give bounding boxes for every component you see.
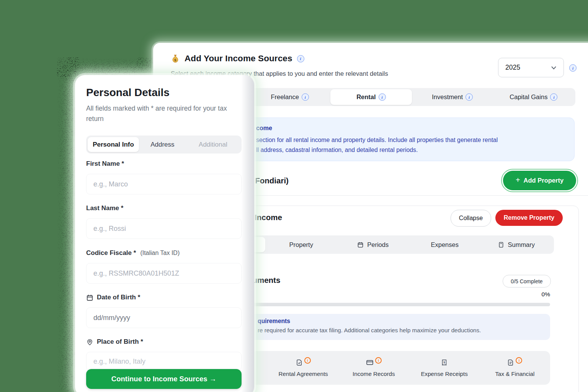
rental-info-banner: come section for all rental income and p… [248,118,575,161]
tab-investment-label: Investment [432,93,463,101]
alert-icon: ! [375,357,382,364]
category-label: Expense Receipts [421,371,467,377]
category-income-records[interactable]: ! Income Records [338,359,409,377]
calculator-icon [498,242,504,248]
capital-gains-info-icon[interactable]: i [550,93,557,101]
tab-rental-label: Rental [356,93,376,101]
last-name-field[interactable]: e.g., Rossi [86,218,242,239]
receipt-dollar-icon: $ [441,359,448,366]
modal-subtitle: All fields marked with * are required fo… [86,103,244,124]
tab-rental[interactable]: Rental i [330,89,412,105]
category-rental-agreements[interactable]: ! Rental Agreements [268,359,338,377]
remove-property-button[interactable]: Remove Property [495,210,563,226]
documents-progress-percent: 0% [521,291,550,298]
last-name-label-text: Last Name * [86,204,123,212]
subtab-expenses[interactable]: Expenses [409,241,481,248]
tab-personal-info[interactable]: Personal Info [88,137,139,152]
documents-complete-badge: 0/5 Complete [503,275,551,287]
location-pin-icon [86,338,93,346]
banner-line2: ll address, cadastral information, and d… [256,145,567,155]
first-name-label: First Name * [86,160,124,168]
subtab-property[interactable]: Property [265,241,337,248]
requirements-body: re required for accurate tax filing. Add… [258,327,543,333]
tab-capital-gains[interactable]: Capital Gains i [493,89,574,105]
category-tax-financial[interactable]: ! Tax & Financial [480,359,550,377]
place-of-birth-field[interactable]: e.g., Milano, Italy [86,352,242,371]
category-label: Income Records [353,371,395,377]
rental-info-icon[interactable]: i [379,93,386,101]
tab-freelance-label: Freelance [271,93,299,101]
requirements-banner: quirements re required for accurate tax … [251,314,550,340]
subtab-periods-label: Periods [367,241,389,248]
place-of-birth-label-text: Place of Birth * [97,338,143,346]
alert-icon: ! [304,357,311,364]
document-icon [507,359,514,366]
tax-year-value: 2025 [505,64,520,72]
card-icon [366,359,374,366]
continue-button[interactable]: Continue to Income Sources → [86,369,242,389]
calendar-icon [357,242,364,248]
divider [245,195,588,196]
tab-address[interactable]: Address [139,137,186,152]
codice-fiscale-label: Codice Fiscale * (Italian Tax ID) [86,249,180,257]
first-name-field[interactable]: e.g., Marco [86,174,242,194]
category-label: Rental Agreements [279,371,328,377]
investment-info-icon[interactable]: i [466,93,473,101]
date-of-birth-field[interactable]: dd/mm/yyyy [86,307,242,328]
tax-year-info-icon[interactable]: i [569,64,577,72]
income-category-tabs: Freelance i Rental i Investment i Capita… [248,88,575,106]
tax-year-select[interactable]: 2025 [498,58,564,77]
modal-title: Personal Details [86,87,170,99]
add-property-button[interactable]: + Add Property [503,171,576,190]
page-background: $ Add Your Income Sources i Select each … [0,0,588,392]
plus-icon: + [516,176,520,185]
collapse-button[interactable]: Collapse [451,210,491,227]
requirements-title: quirements [258,318,543,325]
calendar-icon [86,294,93,301]
date-of-birth-label-text: Date of Birth * [97,294,140,301]
svg-text:$: $ [174,58,176,62]
banner-line1: section for all rental income and proper… [256,135,567,145]
category-label: Tax & Financial [495,371,534,377]
panel-title: Add Your Income Sources [185,54,292,64]
subtab-periods[interactable]: Periods [337,241,409,248]
title-info-icon[interactable]: i [297,55,304,62]
tab-investment[interactable]: Investment i [412,89,493,105]
chevron-down-icon [551,66,557,70]
svg-text:$: $ [444,361,445,364]
subtab-property-label: Property [289,241,313,248]
last-name-label: Last Name * [86,204,123,212]
document-check-icon [296,359,303,366]
money-bag-icon: $ [171,54,180,63]
personal-details-modal: Personal Details All fields marked with … [75,75,254,392]
first-name-label-text: First Name * [86,160,124,168]
banner-title: come [256,125,567,132]
freelance-info-icon[interactable]: i [302,93,309,101]
place-of-birth-label: Place of Birth * [86,338,143,346]
category-expense-receipts[interactable]: $ Expense Receipts [409,359,480,377]
date-of-birth-label: Date of Birth * [86,294,140,301]
property-subtabs: Property Periods Expenses Summar [251,235,554,254]
add-property-label: Add Property [524,177,564,184]
alert-icon: ! [516,357,522,364]
subtab-expenses-label: Expenses [431,241,459,248]
tab-additional[interactable]: Additional [186,137,240,152]
tab-freelance[interactable]: Freelance i [249,89,330,105]
codice-fiscale-field[interactable]: e.g., RSSMRC80A01H501Z [86,263,242,284]
document-categories: ! Rental Agreements ! Income Records [251,351,550,385]
subtab-active-stub[interactable] [252,237,265,252]
subtab-summary[interactable]: Summary [481,241,553,248]
documents-progress-bar [248,303,550,306]
codice-fiscale-label-text: Codice Fiscale * [86,249,136,257]
codice-fiscale-hint: (Italian Tax ID) [140,250,180,256]
tab-capital-gains-label: Capital Gains [510,93,547,101]
subtab-summary-label: Summary [508,241,535,248]
personal-details-tabs: Personal Info Address Additional [86,136,242,154]
